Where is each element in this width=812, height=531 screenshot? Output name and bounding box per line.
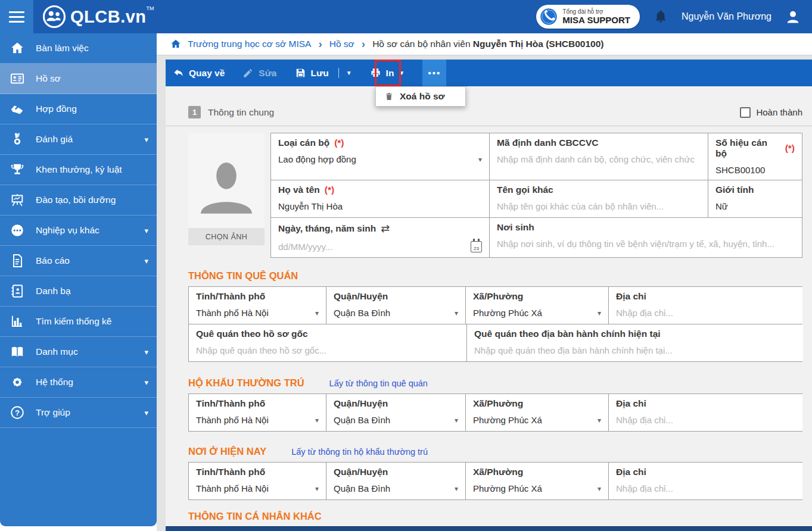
field-label: Quận/Huyện <box>334 291 388 302</box>
svg-text:?: ? <box>15 408 20 417</box>
bottom-bar <box>166 526 812 531</box>
sidebar-item-danh-ba[interactable]: Danh bạ <box>0 276 157 307</box>
field-placeholder: Nhập tên gọi khác của cán bộ nhân viên..… <box>497 201 701 211</box>
more-actions-button[interactable]: ••• <box>422 60 446 86</box>
contacts-icon <box>10 283 25 299</box>
sidebar-item-ban-lam-viec[interactable]: Bàn làm việc <box>0 33 157 64</box>
employee-photo-placeholder <box>188 133 265 228</box>
sidebar-item-dao-tao[interactable]: Đào tạo, bồi dưỡng <box>0 185 157 215</box>
field-quan-huyen[interactable]: Quận/Huyện Quận Ba Đình▾ <box>326 287 465 324</box>
sidebar-item-nghiep-vu-khac[interactable]: Nghiệp vụ khác ▾ <box>0 215 157 246</box>
field-label: Loại cán bộ <box>278 138 329 148</box>
chevron-down-icon: ▾ <box>144 378 148 387</box>
chevron-down-icon[interactable]: ▾ <box>598 309 601 317</box>
field-quan-huyen[interactable]: Quận/Huyện Quận Ba Đình▾ <box>326 394 465 431</box>
field-xa-phuong[interactable]: Xã/Phường Phường Phúc Xá▾ <box>466 463 608 499</box>
required-marker: (*) <box>325 185 334 195</box>
field-tinh-thanh-pho[interactable]: Tỉnh/Thành phố Thành phố Hà Nội▾ <box>189 394 326 431</box>
chevron-down-icon[interactable]: ▼ <box>399 70 405 76</box>
printer-icon <box>370 67 381 79</box>
chevron-down-icon[interactable]: ▾ <box>455 485 458 493</box>
gear-icon <box>10 374 25 390</box>
person-silhouette-icon <box>193 146 260 228</box>
chevron-down-icon[interactable]: ▾ <box>598 416 601 424</box>
people-logo-icon <box>42 4 67 29</box>
field-dia-chi[interactable]: Địa chỉ Nhập địa chỉ... <box>609 394 802 431</box>
notification-bell-icon[interactable] <box>653 9 668 24</box>
divider <box>166 126 812 126</box>
field-label: Ngày, tháng, năm sinh <box>278 223 376 234</box>
menu-item-delete-record[interactable]: Xoá hồ sơ <box>375 86 466 107</box>
field-ho-va-ten[interactable]: Họ và tên(*) Nguyễn Thị Hòa <box>271 180 489 217</box>
field-label: Tên gọi khác <box>497 185 553 195</box>
field-ma-dinh-danh[interactable]: Mã định danh CBCCVC Nhập mã định danh cá… <box>490 133 708 180</box>
field-dia-chi[interactable]: Địa chỉ Nhập địa chỉ... <box>609 287 802 324</box>
misa-support-button[interactable]: Tổng đài hỗ trợ MISA SUPPORT <box>536 5 640 29</box>
ho-khau-address-row: Tỉnh/Thành phố Thành phố Hà Nội▾ Quận/Hu… <box>188 393 802 432</box>
field-gioi-tinh[interactable]: Giới tính Nữ <box>708 180 802 217</box>
chevron-down-icon[interactable]: ▾ <box>315 416 319 424</box>
record-toolbar: Quay về Sửa Lưu ▼ <box>166 60 812 86</box>
field-label: Giới tính <box>715 185 754 195</box>
sidebar-item-hop-dong[interactable]: Hợp đồng <box>0 94 157 124</box>
print-button[interactable]: In ▼ <box>370 67 405 79</box>
sidebar-item-tro-giup[interactable]: ? Trợ giúp ▾ <box>0 398 157 428</box>
current-user-name[interactable]: Nguyễn Văn Phương <box>682 11 771 22</box>
divider <box>338 68 339 78</box>
chevron-down-icon[interactable]: ▾ <box>455 309 458 317</box>
sidebar-item-he-thong[interactable]: Hệ thống ▾ <box>0 367 157 398</box>
calendar-day: 23 <box>474 246 479 252</box>
field-label: Quê quán theo địa bàn hành chính hiện tạ… <box>474 329 661 339</box>
save-button[interactable]: Lưu ▼ <box>295 67 352 79</box>
sidebar-item-ho-so[interactable]: Hồ sơ <box>0 64 157 94</box>
field-tinh-thanh-pho[interactable]: Tỉnh/Thành phố Thành phố Hà Nội▾ <box>189 463 326 499</box>
chevron-down-icon[interactable]: ▾ <box>455 416 458 424</box>
breadcrumb-section[interactable]: Hồ sơ <box>329 39 354 49</box>
home-icon[interactable] <box>170 38 182 50</box>
field-placeholder: Nhập mã định danh cán bộ, công chức, viê… <box>497 154 701 164</box>
field-tinh-thanh-pho[interactable]: Tỉnh/Thành phố Thành phố Hà Nội▾ <box>189 287 326 324</box>
back-button[interactable]: Quay về <box>173 67 225 79</box>
user-avatar-icon[interactable] <box>785 8 801 25</box>
field-que-quan-hien-tai[interactable]: Quê quán theo địa bàn hành chính hiện tạ… <box>467 324 803 361</box>
complete-checkbox[interactable] <box>740 107 751 118</box>
field-dia-chi[interactable]: Địa chỉ Nhập địa chỉ... <box>609 463 802 499</box>
sidebar-item-bao-cao[interactable]: Báo cáo ▾ <box>0 246 157 276</box>
choose-photo-button[interactable]: CHỌN ẢNH <box>188 228 265 245</box>
edit-button[interactable]: Sửa <box>242 67 276 79</box>
section-title-noi-o: NƠI Ở HIỆN NAY <box>188 446 266 457</box>
field-que-quan-goc[interactable]: Quê quán theo hồ sơ gốc Nhập quê quán th… <box>189 324 466 361</box>
chevron-down-icon[interactable]: ▾ <box>598 485 601 493</box>
que-quan-address-row: Tỉnh/Thành phố Thành phố Hà Nội▾ Quận/Hu… <box>188 286 802 324</box>
field-ten-goi-khac[interactable]: Tên gọi khác Nhập tên gọi khác của cán b… <box>490 180 708 217</box>
calendar-icon[interactable]: 23 <box>471 241 482 252</box>
required-marker: (*) <box>334 138 344 148</box>
field-xa-phuong[interactable]: Xã/Phường Phường Phúc Xá▾ <box>466 394 608 431</box>
menu-icon[interactable] <box>0 0 33 33</box>
chevron-down-icon[interactable]: ▾ <box>315 485 319 493</box>
app-window: QLCB.vn TM Tổng đài hỗ trợ MISA SUPPORT … <box>0 0 812 531</box>
field-xa-phuong[interactable]: Xã/Phường Phường Phúc Xá▾ <box>466 287 608 324</box>
topbar-right: Tổng đài hỗ trợ MISA SUPPORT Nguyễn Văn … <box>536 5 812 29</box>
sidebar-item-danh-muc[interactable]: Danh mục ▾ <box>0 337 157 367</box>
swap-icon[interactable]: ⇄ <box>381 222 390 235</box>
sidebar-item-danh-gia[interactable]: Đánh giá ▾ <box>0 124 157 155</box>
id-card-icon <box>10 71 25 86</box>
field-so-hieu-can-bo[interactable]: Số hiệu cán bộ(*) SHCB00100 <box>708 133 802 180</box>
breadcrumb-root[interactable]: Trường trung học cơ sở MISA <box>188 39 311 49</box>
field-ngay-sinh[interactable]: Ngày, tháng, năm sinh⇄ dd/MM/yyyy... 23 <box>271 218 489 257</box>
field-loai-can-bo[interactable]: Loại cán bộ(*) Lao động hợp đồng▾ <box>271 133 489 180</box>
section-title-ca-nhan-khac: THÔNG TIN CÁ NHÂN KHÁC <box>188 511 322 522</box>
chevron-down-icon[interactable]: ▼ <box>346 70 352 76</box>
copy-from-que-quan-link[interactable]: Lấy từ thông tin quê quán <box>329 379 428 388</box>
sidebar-item-khen-thuong[interactable]: Khen thưởng, kỷ luật <box>0 155 157 185</box>
field-label: Quê quán theo hồ sơ gốc <box>196 329 308 339</box>
field-placeholder: Nhập quê quán theo hồ sơ gốc... <box>196 345 459 355</box>
copy-from-ho-khau-link[interactable]: Lấy từ thông tin hộ khẩu thường trú <box>291 447 428 457</box>
chevron-down-icon[interactable]: ▾ <box>315 309 319 317</box>
field-label: Xã/Phường <box>473 291 523 302</box>
field-quan-huyen[interactable]: Quận/Huyện Quận Ba Đình▾ <box>326 463 465 499</box>
sidebar-item-tim-kiem-thong-ke[interactable]: Tìm kiếm thống kê <box>0 307 157 337</box>
field-noi-sinh[interactable]: Nơi sinh Nhập nơi sinh, ví dụ thông tin … <box>490 218 802 257</box>
chevron-down-icon[interactable]: ▾ <box>478 155 482 164</box>
